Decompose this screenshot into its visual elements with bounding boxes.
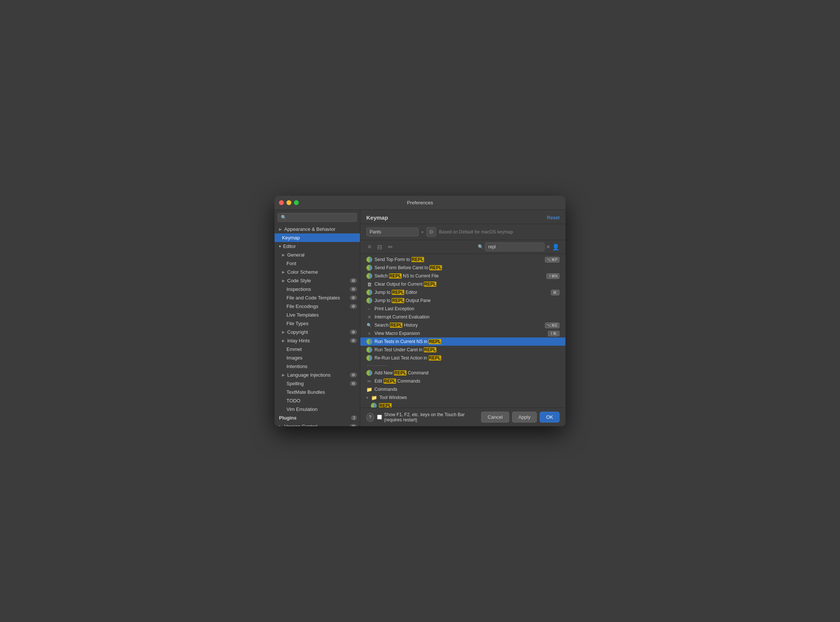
highlight: REPL: [383, 378, 396, 384]
keymap-gear-button[interactable]: ⚙: [426, 227, 436, 237]
list-item[interactable]: Send Top Form to REPL ⌥⌘P: [360, 255, 566, 264]
expand-all-button[interactable]: ≡: [366, 243, 373, 251]
sidebar-item-keymap[interactable]: Keymap: [274, 233, 360, 242]
shortcut: ⌥⌘E: [545, 323, 559, 328]
settings-badge: ⚙: [350, 338, 357, 343]
collapse-all-button[interactable]: ⊟: [376, 243, 383, 252]
sidebar-item-color-scheme[interactable]: ▶ Color Scheme: [274, 268, 360, 276]
sidebar-item-images[interactable]: Images: [274, 354, 360, 362]
sidebar-item-file-types[interactable]: File Types: [274, 319, 360, 328]
sidebar-label: Vim Emulation: [287, 407, 318, 412]
sidebar-item-font[interactable]: Font: [274, 259, 360, 268]
clojure-icon: [366, 297, 372, 303]
minimize-button[interactable]: [287, 200, 291, 205]
reset-button[interactable]: Reset: [547, 215, 559, 220]
sidebar-item-textmate[interactable]: TextMate Bundles: [274, 388, 360, 396]
list-item-selected[interactable]: Run Tests in Current NS in REPL: [360, 337, 566, 346]
sidebar-item-file-code-templates[interactable]: File and Code Templates ⚙: [274, 293, 360, 302]
sidebar-item-general[interactable]: ▶ General: [274, 251, 360, 259]
list-item[interactable]: Send Form Before Caret to REPL: [360, 264, 566, 272]
cancel-button[interactable]: Cancel: [481, 412, 509, 422]
sidebar-item-spelling[interactable]: Spelling ⚙: [274, 379, 360, 388]
item-text: Run Tests in Current NS in REPL: [375, 339, 559, 344]
sidebar-item-version-control[interactable]: ▶ Version Control ⚙: [274, 422, 360, 426]
keymap-select[interactable]: Pants: [366, 227, 419, 236]
titlebar: Preferences: [274, 196, 566, 210]
ok-button[interactable]: OK: [540, 412, 559, 422]
settings-badge: ⚙: [350, 381, 357, 386]
sidebar-item-todo[interactable]: TODO: [274, 396, 360, 405]
list-item[interactable]: ⌐ Print Last Exception: [360, 305, 566, 313]
content-area: ▶ Appearance & Behavior Keymap ▾ Editor …: [274, 210, 566, 426]
maximize-button[interactable]: [294, 200, 299, 205]
sidebar-item-editor[interactable]: ▾ Editor: [274, 242, 360, 251]
list-item[interactable]: Jump to REPL Editor ⌘;: [360, 288, 566, 296]
sidebar-label: Images: [287, 355, 302, 361]
list-item[interactable]: ≡ View Macro Expansion ⇧⌘;: [360, 329, 566, 337]
item-text: Interrupt Current Evaluation: [375, 314, 559, 320]
settings-badge: ⚙: [350, 287, 357, 291]
arrow-icon: ▶: [282, 253, 285, 257]
list-item[interactable]: 🗑 Clear Output for Current REPL: [360, 280, 566, 288]
sidebar-label: Appearance & Behavior: [284, 226, 335, 232]
sidebar-item-appearance[interactable]: ▶ Appearance & Behavior: [274, 225, 360, 233]
list-item[interactable]: 📁 Commands: [360, 385, 566, 393]
arrow-icon: ▶: [279, 227, 282, 231]
apply-button[interactable]: Apply: [512, 412, 537, 422]
footer-buttons: Cancel Apply OK: [481, 412, 559, 422]
dropdown-arrow-icon: ▾: [421, 230, 423, 234]
highlight: REPL: [412, 257, 424, 262]
list-item[interactable]: Add New REPL Command: [360, 369, 566, 377]
clojure-icon: [366, 355, 372, 361]
sidebar-item-intentions[interactable]: Intentions: [274, 362, 360, 370]
touch-bar-checkbox[interactable]: [377, 415, 382, 419]
item-text: Edit REPL Commands: [375, 378, 559, 384]
list-item[interactable]: Re-Run Last Test Action in REPL: [360, 354, 566, 362]
plugins-badge: 2: [351, 415, 357, 420]
arrow-icon: ▶: [282, 330, 285, 334]
settings-badge: ⚙: [350, 372, 357, 377]
highlight: REPL: [394, 370, 407, 375]
touch-bar-checkbox-row: Show F1, F2, etc. keys on the Touch Bar …: [377, 412, 481, 422]
sidebar-search-input[interactable]: [277, 213, 357, 222]
sidebar-item-emmet[interactable]: Emmet: [274, 345, 360, 354]
list-item[interactable]: Run Test Under Caret in REPL: [360, 346, 566, 354]
sidebar-item-vim-emulation[interactable]: Vim Emulation: [274, 405, 360, 413]
sidebar-item-plugins[interactable]: Plugins 2: [274, 413, 360, 422]
sidebar-item-live-templates[interactable]: Live Templates: [274, 311, 360, 319]
sidebar-label: File Types: [287, 321, 308, 326]
item-text: Send Form Before Caret to REPL: [375, 265, 559, 270]
list-item-tool-windows[interactable]: ▾ 📁 Tool Windows: [360, 393, 566, 402]
highlight: REPL: [424, 347, 436, 352]
list-item[interactable]: 🔍 Search REPL History ⌥⌘E: [360, 321, 566, 329]
sidebar-item-code-style[interactable]: ▶ Code Style ⚙: [274, 276, 360, 285]
list-item[interactable]: REPL: [360, 402, 566, 408]
sidebar-item-inlay-hints[interactable]: ▶ Inlay Hints ⚙: [274, 336, 360, 345]
arrow-icon: ▶: [282, 270, 285, 274]
list-item[interactable]: ✕ Interrupt Current Evaluation: [360, 313, 566, 321]
item-text: Add New REPL Command: [375, 370, 559, 375]
highlight: REPL: [389, 273, 402, 279]
item-text: Run Test Under Caret in REPL: [375, 347, 559, 352]
sidebar-item-copyright[interactable]: ▶ Copyright ⚙: [274, 328, 360, 336]
traffic-lights: [279, 200, 299, 205]
folder-icon: 📁: [371, 395, 377, 401]
edit-shortcut-button[interactable]: ✏: [386, 243, 394, 252]
clear-search-button[interactable]: ✕: [546, 244, 550, 250]
close-button[interactable]: [279, 200, 284, 205]
sidebar: ▶ Appearance & Behavior Keymap ▾ Editor …: [274, 210, 360, 426]
keymap-search-input[interactable]: [485, 242, 544, 252]
sidebar-label: Inlay Hints: [287, 338, 310, 343]
sidebar-item-inspections[interactable]: Inspections ⚙: [274, 285, 360, 293]
sidebar-item-language-injections[interactable]: ▶ Language Injections ⚙: [274, 370, 360, 379]
window-title: Preferences: [407, 200, 433, 206]
main-panel: Keymap Reset Pants ▾ ⚙ Based on Default …: [360, 210, 566, 426]
item-text: Jump to REPL Output Pane: [375, 298, 559, 303]
list-item[interactable]: Jump to REPL Output Pane: [360, 296, 566, 305]
sidebar-item-file-encodings[interactable]: File Encodings ⚙: [274, 302, 360, 311]
sidebar-search-box: [274, 210, 360, 225]
list-item[interactable]: Switch REPL NS to Current File ⇧⌘N: [360, 272, 566, 280]
list-item[interactable]: ✏ Edit REPL Commands: [360, 377, 566, 385]
shortcuts-person-button[interactable]: 👤: [552, 244, 559, 251]
help-button[interactable]: ?: [366, 413, 374, 422]
